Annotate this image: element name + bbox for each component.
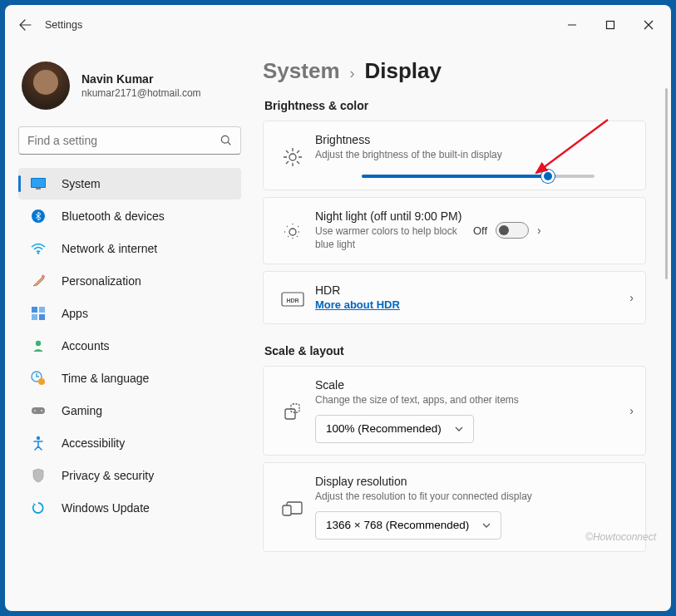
sidebar-item-windows-update[interactable]: Windows Update <box>18 492 241 524</box>
chevron-right-icon: › <box>537 224 541 237</box>
resolution-select[interactable]: 1366 × 768 (Recommended) <box>315 511 501 540</box>
svg-rect-45 <box>283 505 291 515</box>
close-button[interactable] <box>629 8 668 42</box>
svg-rect-6 <box>36 188 41 190</box>
profile-block[interactable]: Navin Kumar nkumar2171@hotmail.com <box>22 62 241 110</box>
close-icon <box>644 20 654 30</box>
sidebar-nav: System Bluetooth & devices Network & int… <box>18 168 241 524</box>
svg-line-3 <box>228 142 230 145</box>
search-box[interactable] <box>18 126 241 155</box>
svg-text:HDR: HDR <box>286 297 299 303</box>
toggle-label: Off <box>473 224 487 237</box>
card-title: Brightness <box>315 133 634 146</box>
card-scale[interactable]: Scale Change the size of text, apps, and… <box>263 366 646 456</box>
card-brightness: Brightness Adjust the brightness of the … <box>263 121 646 190</box>
card-night-light[interactable]: Night light (off until 9:00 PM) Use warm… <box>263 197 646 264</box>
svg-line-29 <box>286 161 289 164</box>
svg-line-28 <box>297 150 299 153</box>
slider-fill <box>362 175 548 178</box>
maximize-button[interactable] <box>591 8 629 42</box>
card-desc: Use warmer colors to help block blue lig… <box>315 224 465 251</box>
sidebar-item-label: System <box>62 177 101 190</box>
sidebar-item-privacy[interactable]: Privacy & security <box>18 460 241 491</box>
sun-icon <box>275 146 310 168</box>
svg-line-26 <box>286 150 289 153</box>
svg-rect-17 <box>32 407 45 414</box>
avatar <box>22 62 70 110</box>
chevron-down-icon <box>455 426 463 431</box>
accessibility-icon <box>30 435 47 451</box>
svg-line-36 <box>287 226 289 228</box>
sidebar-item-bluetooth[interactable]: Bluetooth & devices <box>18 200 241 232</box>
brightness-slider[interactable] <box>362 175 595 178</box>
svg-point-31 <box>289 229 296 235</box>
svg-point-21 <box>289 154 296 160</box>
sidebar-item-accessibility[interactable]: Accessibility <box>18 427 241 459</box>
night-light-icon <box>275 221 310 243</box>
select-value: 1366 × 768 (Recommended) <box>326 519 469 531</box>
sidebar-item-label: Windows Update <box>62 501 150 515</box>
wifi-icon <box>30 240 47 257</box>
watermark: ©Howtoconnect <box>585 531 656 543</box>
sidebar: Navin Kumar nkumar2171@hotmail.com Syste… <box>5 45 254 611</box>
svg-rect-42 <box>285 409 295 419</box>
svg-point-20 <box>37 436 40 440</box>
chevron-right-icon: › <box>629 404 634 417</box>
sidebar-item-label: Accounts <box>62 339 110 352</box>
svg-rect-5 <box>32 179 45 187</box>
svg-point-16 <box>38 378 45 385</box>
card-desc: Change the size of text, apps, and other… <box>315 393 621 407</box>
svg-rect-12 <box>32 314 37 320</box>
arrow-left-icon <box>18 18 32 32</box>
gamepad-icon <box>30 402 47 419</box>
svg-point-14 <box>36 341 41 346</box>
clock-globe-icon <box>30 370 47 387</box>
card-hdr[interactable]: HDR HDR More about HDR › <box>263 271 646 324</box>
sidebar-item-label: Network & internet <box>62 242 157 255</box>
search-input[interactable] <box>27 134 220 147</box>
chevron-right-icon: › <box>629 291 634 304</box>
back-button[interactable] <box>8 8 42 42</box>
bluetooth-icon <box>30 208 47 224</box>
breadcrumb: System › Display <box>263 58 646 84</box>
svg-rect-1 <box>607 22 614 29</box>
svg-point-18 <box>34 410 36 411</box>
night-light-toggle[interactable] <box>496 222 529 239</box>
svg-point-2 <box>221 136 229 143</box>
section-brightness-color: Brightness & color <box>264 99 646 112</box>
scale-icon <box>275 402 310 422</box>
minimize-button[interactable] <box>553 8 591 42</box>
svg-line-38 <box>297 226 299 228</box>
sidebar-item-personalization[interactable]: Personalization <box>18 265 241 297</box>
hdr-link[interactable]: More about HDR <box>315 298 400 311</box>
select-value: 100% (Recommended) <box>326 422 442 435</box>
chevron-down-icon <box>482 523 491 528</box>
sidebar-item-gaming[interactable]: Gaming <box>18 395 241 426</box>
sidebar-item-apps[interactable]: Apps <box>18 298 241 329</box>
sidebar-item-network[interactable]: Network & internet <box>18 233 241 264</box>
profile-email: nkumar2171@hotmail.com <box>81 87 201 99</box>
sidebar-item-label: Apps <box>62 307 88 320</box>
hdr-icon: HDR <box>275 292 310 307</box>
sidebar-item-label: Time & language <box>62 372 149 385</box>
system-icon <box>30 175 47 192</box>
scale-select[interactable]: 100% (Recommended) <box>315 415 474 443</box>
svg-point-19 <box>41 410 42 411</box>
paintbrush-icon <box>30 273 47 289</box>
sidebar-item-time-language[interactable]: Time & language <box>18 362 241 394</box>
sidebar-item-system[interactable]: System <box>18 168 241 200</box>
sidebar-item-label: Gaming <box>62 404 102 417</box>
chevron-right-icon: › <box>350 65 355 82</box>
profile-name: Navin Kumar <box>81 72 201 86</box>
card-title: Display resolution <box>315 475 634 488</box>
sidebar-item-label: Accessibility <box>62 436 125 450</box>
breadcrumb-parent[interactable]: System <box>263 58 340 84</box>
slider-thumb[interactable] <box>541 170 555 183</box>
card-title: HDR <box>315 283 621 297</box>
card-desc: Adjust the brightness of the built-in di… <box>315 148 634 161</box>
apps-icon <box>30 305 47 322</box>
sidebar-item-accounts[interactable]: Accounts <box>18 330 241 362</box>
svg-rect-10 <box>32 307 37 313</box>
card-desc: Adjust the resolution to fit your connec… <box>315 490 634 503</box>
svg-rect-13 <box>39 314 45 320</box>
